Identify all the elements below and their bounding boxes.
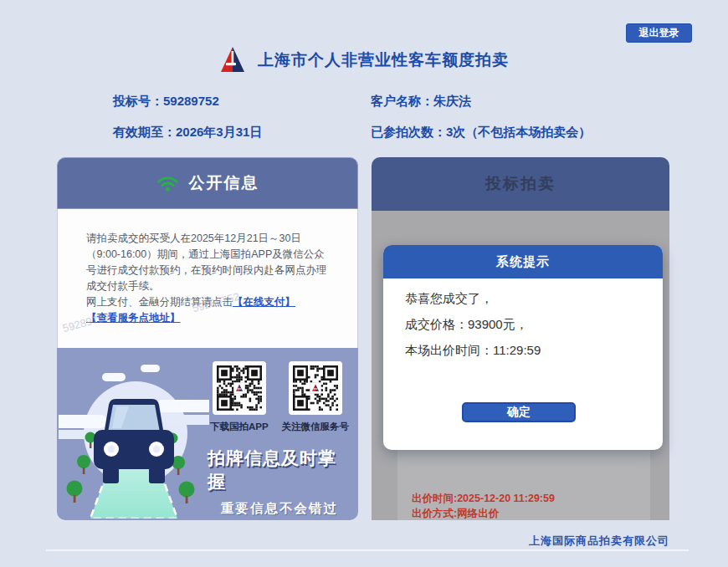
wechat-qr-label: 关注微信服务号 — [282, 421, 350, 433]
wifi-icon — [156, 175, 179, 192]
logout-button[interactable]: 退出登录 — [626, 23, 692, 43]
service-points-link[interactable]: 【查看服务点地址】 — [86, 312, 181, 324]
deal-price-text: 成交价格：93900元， — [405, 317, 528, 333]
car-road-illustration — [59, 351, 209, 520]
payment-notice-text: 请拍卖成交的买受人在2025年12月21日～30日（9:00-16:00）期间，… — [86, 232, 327, 292]
deal-congrats-text: 恭喜您成交了， — [405, 291, 493, 307]
participation-count: 已参拍次数：3次（不包括本场拍卖会） — [371, 125, 591, 140]
payment-pay-prefix: 网上支付、金融分期结算请点击 — [86, 296, 233, 308]
customer-name-label: 客户名称： — [371, 94, 433, 108]
bid-method-text: 出价方式:网络出价 — [412, 507, 499, 520]
customer-name: 客户名称：朱庆法 — [371, 94, 471, 110]
bid-number-value: 59289752 — [163, 94, 219, 108]
bid-time-text: 出价时间:2025-12-20 11:29:59 — [412, 492, 555, 506]
page-title: 上海市个人非营业性客车额度拍卖 — [258, 49, 509, 71]
footer-company-name: 上海国际商品拍卖有限公司 — [529, 534, 669, 549]
payment-notice: 请拍卖成交的买受人在2025年12月21日～30日（9:00-16:00）期间，… — [86, 231, 331, 326]
dialog-title: 系统提示 — [496, 254, 550, 270]
participation-count-label: 已参拍次数： — [371, 125, 446, 139]
footer-divider — [46, 549, 689, 551]
bidding-panel-header: 投标拍卖 — [372, 157, 669, 211]
online-pay-link[interactable]: 【在线支付】 — [233, 296, 295, 308]
valid-until: 有效期至：2026年3月31日 — [113, 125, 262, 140]
deal-bid-time-text: 本场出价时间：11:29:59 — [405, 343, 541, 359]
auction-company-logo-icon — [219, 46, 246, 74]
dialog-header: 系统提示 — [383, 245, 663, 278]
bid-number-label: 投标号： — [113, 94, 163, 108]
public-info-body: 请拍卖成交的买受人在2025年12月21日～30日（9:00-16:00）期间，… — [57, 209, 358, 348]
confirm-button[interactable]: 确定 — [462, 402, 576, 422]
valid-until-label: 有效期至： — [113, 125, 176, 139]
promo-slogan-sub: 重要信息不会错过 — [221, 500, 338, 518]
bidding-panel-title: 投标拍卖 — [485, 173, 556, 195]
promo-slogan-main: 拍牌信息及时掌握 — [208, 447, 351, 493]
promo-banner: 下载国拍APP 关注微信服务号 拍牌信息及时掌握 重要信息不会错过 — [57, 348, 358, 520]
app-qr-code — [213, 361, 266, 415]
public-info-title: 公开信息 — [189, 172, 259, 194]
valid-until-value: 2026年3月31日 — [176, 125, 262, 139]
participation-count-value: 3次（不包括本场拍卖会） — [446, 125, 591, 139]
system-prompt-dialog: 系统提示 恭喜您成交了， 成交价格：93900元， 本场出价时间：11:29:5… — [383, 245, 663, 450]
customer-name-value: 朱庆法 — [433, 94, 471, 108]
public-info-panel: 公开信息 请拍卖成交的买受人在2025年12月21日～30日（9:00-16:0… — [57, 157, 358, 520]
bid-number: 投标号：59289752 — [113, 94, 219, 110]
wechat-qr-code — [289, 361, 342, 415]
app-qr-label: 下载国拍APP — [210, 421, 269, 433]
public-info-header: 公开信息 — [57, 157, 358, 209]
page-header: 上海市个人非营业性客车额度拍卖 — [0, 43, 728, 77]
